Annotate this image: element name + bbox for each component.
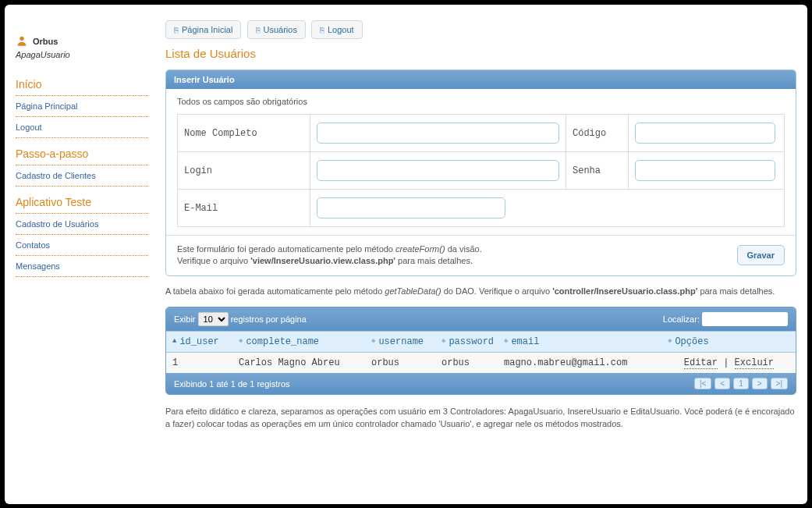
page-size-control: Exibir 10 registros por página [174,312,307,326]
sidebar-link-mensagens[interactable]: Mensagens [16,256,148,277]
pager-first[interactable]: |< [694,378,711,389]
users-button[interactable]: ⎘ Usuários [247,20,306,39]
cell-username: orbus [365,353,435,373]
link-icon: ⎘ [320,26,324,34]
cell-password: orbus [435,353,498,373]
panel-footer: Este formulário foi gerado automaticamen… [166,235,796,275]
input-codigo[interactable] [635,123,775,144]
pager: |< < 1 > >| [694,378,788,389]
save-button[interactable]: Gravar [737,245,785,265]
users-button-label: Usuários [264,25,297,34]
form-note: Todos os campos são obrigatórios [177,97,785,106]
label-senha: Senha [566,152,629,190]
brand-subtitle: ApagaUsuario [16,50,148,59]
insert-user-panel: Inserir Usuário Todos os campos são obri… [165,69,796,276]
sort-asc-icon: ▲ [172,339,176,343]
cell-email: magno.mabreu@gmail.com [498,353,661,373]
cell-options: Editar | Excluir [661,353,796,373]
pager-page[interactable]: 1 [733,378,749,389]
input-senha[interactable] [635,160,775,181]
logout-button[interactable]: ⎘ Logout [311,20,363,39]
bottom-paragraph: Para efeito didático e clareza, separamo… [165,406,796,430]
cell-name: Carlos Magno Abreu [232,353,365,373]
link-icon: ⎘ [256,26,261,34]
label-email: E-Mail [178,190,310,227]
page-size-select[interactable]: 10 [198,312,229,326]
sidebar-heading-inicio: Início [16,73,148,96]
label-codigo: Código [566,115,629,152]
col-header-email[interactable]: ◆email [498,332,661,352]
input-nome[interactable] [317,123,559,144]
label-nome: Nome Completo [178,115,310,152]
search-input[interactable] [702,312,788,326]
brand-name: Orbus [33,37,58,46]
input-email[interactable] [317,197,505,218]
cell-id: 1 [166,353,232,373]
sidebar-heading-passo: Passo-a-passo [16,143,148,165]
table-footer: Exibindo 1 até 1 de 1 registros |< < 1 >… [166,373,796,394]
sidebar-link-cadastro-clientes[interactable]: Cadastro de Clientes [16,165,148,187]
col-header-username[interactable]: ◆username [365,332,435,352]
data-table: Exibir 10 registros por página Localizar… [165,307,796,395]
main-content: ⎘ Página Inicial ⎘ Usuários ⎘ Logout Lis… [156,12,796,493]
page-title: Lista de Usuários [165,47,796,60]
table-header-row: ▲id_user ◆complete_name ◆username ◆passw… [166,331,796,353]
col-header-name[interactable]: ◆complete_name [232,332,365,352]
sidebar: Orbus ApagaUsuario Início Página Princip… [16,12,156,493]
sort-icon: ◆ [371,339,375,343]
col-header-id[interactable]: ▲id_user [166,332,232,352]
pager-prev[interactable]: < [714,378,730,389]
sort-icon: ◆ [668,339,672,343]
sort-icon: ◆ [239,339,243,343]
table-top-bar: Exibir 10 registros por página Localizar… [166,307,796,331]
label-login: Login [178,152,310,190]
top-buttons: ⎘ Página Inicial ⎘ Usuários ⎘ Logout [165,20,796,39]
user-icon [16,34,28,48]
pager-last[interactable]: >| [771,378,788,389]
brand: Orbus [16,34,148,48]
sidebar-link-pagina-principal[interactable]: Página Principal [16,96,148,117]
sidebar-link-contatos[interactable]: Contatos [16,235,148,256]
svg-point-0 [20,37,23,41]
sort-icon: ◆ [441,339,445,343]
mid-paragraph: A tabela abaixo foi gerada automaticamen… [165,286,796,297]
delete-link[interactable]: Excluir [735,357,774,369]
sort-icon: ◆ [504,339,508,343]
sidebar-heading-aplicativo: Aplicativo Teste [16,191,148,214]
table-info: Exibindo 1 até 1 de 1 registros [174,379,290,389]
panel-footer-text: Este formulário foi gerado automaticamen… [177,243,728,268]
sidebar-link-logout[interactable]: Logout [16,117,148,138]
link-icon: ⎘ [174,26,179,34]
input-login[interactable] [317,160,559,181]
table-row: 1 Carlos Magno Abreu orbus orbus magno.m… [166,353,796,373]
logout-button-label: Logout [328,25,354,34]
home-button[interactable]: ⎘ Página Inicial [165,20,241,39]
panel-header: Inserir Usuário [166,70,796,89]
pager-next[interactable]: > [752,378,768,389]
sidebar-link-cadastro-usuarios[interactable]: Cadastro de Usuários [16,214,148,235]
edit-link[interactable]: Editar [684,357,718,369]
col-header-password[interactable]: ◆password [435,332,498,352]
form-table: Nome Completo Código Login Senha E-Mail [177,114,785,227]
home-button-label: Página Inicial [182,25,232,34]
col-header-options: ◆Opções [661,332,796,352]
search-control: Localizar: [663,312,788,326]
